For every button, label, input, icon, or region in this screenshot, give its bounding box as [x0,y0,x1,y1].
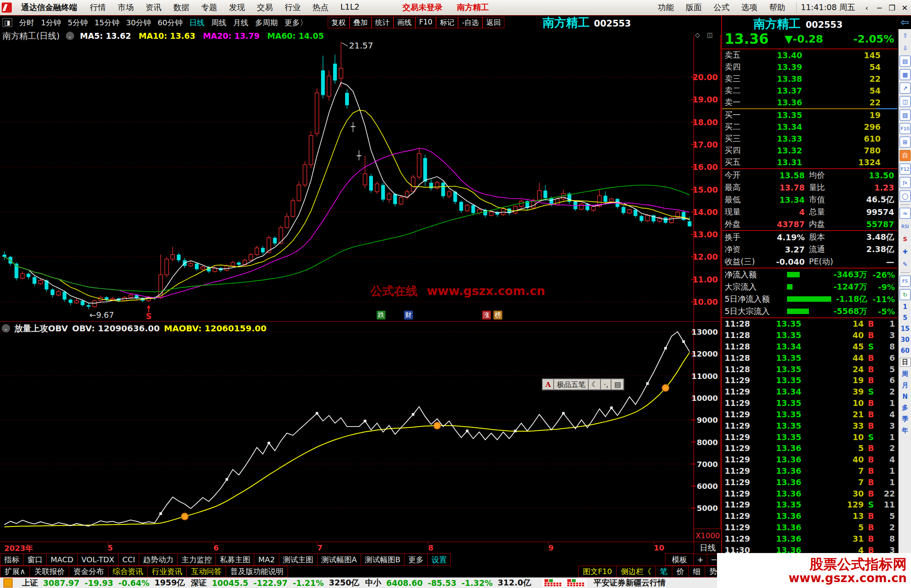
timeframe-分时[interactable]: 分时 [16,18,38,28]
tick-row[interactable]: 11:2913.3533B3 [722,420,898,431]
formula-icon[interactable]: ƒx [900,177,911,188]
tick-row[interactable]: 11:2913.365B2 [722,522,898,533]
sidebar-timeframe-季[interactable]: 季 [902,415,908,423]
tick-row[interactable]: 11:2813.3445S8 [722,341,898,352]
sidebar-timeframe-日[interactable]: 日 [900,358,911,367]
indicator-tab-指标[interactable]: 指标 [0,553,24,566]
indicator-tab-设置[interactable]: 设置 [427,553,451,566]
indicator-tab-MA2[interactable]: MA2 [254,553,279,566]
collapse-chevron-icon[interactable]: ⌄ [2,324,10,333]
indicator-tab-趋势动力[interactable]: 趋势动力 [139,553,178,566]
toolbar-button-复权[interactable]: 复权 [328,17,350,28]
ime-name-label[interactable]: 极品五笔 [554,379,588,390]
report-icon[interactable]: ▤ [900,56,911,67]
sidebar-timeframe-60[interactable]: 60 [901,347,910,354]
indicator-tab-测试幅图B[interactable]: 测试幅图B [361,553,404,566]
toolbar-button-F10[interactable]: F10 [415,17,436,28]
maximize-button[interactable]: ❐ [886,3,898,12]
tick-list[interactable]: 11:2813.3514B111:2813.3540B311:2813.3445… [722,318,898,556]
ext-tab-关联报价[interactable]: 关联报价 [30,566,69,577]
tick-row[interactable]: 11:2813.3544B6 [722,352,898,363]
ext-right-细[interactable]: 细 [688,566,705,577]
tick-row[interactable]: 11:2913.3613B5 [722,510,898,522]
app-badge-榜[interactable]: 榜 [493,311,502,320]
toolbar-button-统计[interactable]: 统计 [372,17,394,28]
minimize-button[interactable]: − [873,3,886,12]
sidebar-timeframe-年[interactable]: 年 [902,427,908,435]
ext-right-图文F10[interactable]: 图文F10 [578,566,617,577]
ime-lang-button[interactable]: A [542,379,554,390]
zixuan-icon[interactable]: 自 [900,150,911,161]
tick-row[interactable]: 11:2913.3630B22 [722,488,898,499]
timeframe-60分钟[interactable]: 60分钟 [154,18,186,28]
tick-row[interactable]: 11:2913.3640B4 [722,454,898,465]
indicator-tab-VOL-TDX[interactable]: VOL-TDX [77,553,119,566]
rsi-icon[interactable]: RSI [900,221,910,231]
f5-icon[interactable]: F5 [900,276,911,287]
menu-item-发现[interactable]: 发现 [223,2,251,13]
structure-icon[interactable]: ⊞ [900,137,911,148]
indicator-tab-CCI[interactable]: CCI [118,553,139,566]
indicator-tab-测试幅图A[interactable]: 测试幅图A [317,553,361,566]
active-stock-label[interactable]: 南方精工 [450,2,496,13]
obv-indicator-chart[interactable]: 5000600070008000900010000110001200013000 [0,321,721,542]
tick-row[interactable]: 11:2913.35129S11 [722,499,898,510]
sidebar-timeframe-5[interactable]: 5 [903,314,907,322]
quote-grid-icon[interactable]: ▦ [900,69,911,80]
app-badge-涨[interactable]: 涨 [482,311,491,320]
timeframe-1分钟[interactable]: 1分钟 [38,18,64,28]
indicator-tab-主力监控[interactable]: 主力监控 [177,553,216,566]
period-button[interactable]: 日线 [694,542,722,554]
sidebar-timeframe-30[interactable]: 30 [901,336,910,344]
indicator-tab-测试主图[interactable]: 测试主图 [279,553,318,566]
toolbar-button--自选[interactable]: -自选 [458,17,482,28]
template-cell-模板[interactable]: 模板 [665,553,694,566]
refresh-icon[interactable]: ↻ [900,289,911,300]
menu-item-行情[interactable]: 行情 [84,2,112,13]
menu-item-数据[interactable]: 数据 [167,2,195,13]
menu-item-专题[interactable]: 专题 [195,2,223,13]
menu-item-功能[interactable]: 功能 [652,2,680,13]
tick-row[interactable]: 11:2913.3510S1 [722,431,898,443]
news-icon[interactable]: ▧ [900,110,911,121]
tick-row[interactable]: 11:2913.3510B1 [722,397,898,409]
ime-fullhalf-button[interactable]: ☾ [588,379,601,390]
ext-tab-行业资讯[interactable]: 行业资讯 [147,566,187,577]
trend-chart-icon[interactable]: ↗ [900,83,911,94]
move-icon[interactable]: ✚ [900,247,910,257]
timeframe-日线[interactable]: 日线 [186,18,208,28]
indicator-tab-窗口[interactable]: 窗口 [23,553,47,566]
wave-icon[interactable]: ≈ [900,208,911,219]
template-cell-+[interactable]: + [693,553,707,566]
ext-tab-普及版功能说明[interactable]: 普及版功能说明 [226,566,288,577]
back-button[interactable]: ‹ [860,3,873,12]
ext-right-侧边栏《[interactable]: 侧边栏《 [616,566,656,577]
signal-s-icon[interactable]: S [900,234,910,244]
ext-tab-互动问答[interactable]: 互动问答 [186,566,226,577]
tick-row[interactable]: 11:2913.3631B8 [722,533,898,544]
tick-row[interactable]: 11:2913.367B1 [722,465,898,477]
back-arrow-icon[interactable]: ⇦ [900,16,909,28]
ext-right-笔[interactable]: 笔 [655,566,672,577]
tick-row[interactable]: 11:2913.365B2 [722,443,898,454]
f12-icon[interactable]: F12 [900,164,911,175]
timeframe-月线[interactable]: 月线 [230,18,252,28]
sidebar-timeframe-1[interactable]: 1 [903,303,907,311]
status-app-icon[interactable] [3,578,13,588]
tick-row[interactable]: 11:2813.3524B5 [722,363,898,375]
menu-item-选项[interactable]: 选项 [736,2,763,13]
ext-right-价[interactable]: 价 [672,566,689,577]
sidebar-timeframe-周[interactable]: 周 [902,370,908,378]
toolbar-button-叠加[interactable]: 叠加 [350,17,372,28]
menu-item-交易[interactable]: 交易 [251,2,279,13]
app-badge-跌[interactable]: 跌 [377,311,385,320]
kline-icon[interactable]: ◫ [900,96,911,107]
toolbar-button-标记[interactable]: 标记 [436,17,458,28]
tick-row[interactable]: 11:2813.3540B3 [722,330,898,341]
login-status[interactable]: 交易未登录 [396,2,449,13]
collapse-chevron-icon[interactable]: ⌄ [66,32,74,40]
menu-item-L1L2[interactable]: L1L2 [334,2,365,13]
indicator-tab-更多[interactable]: 更多 [404,553,428,566]
ring-icon[interactable]: ◯ [900,191,911,201]
pencil-icon[interactable]: ✎ [900,259,910,269]
